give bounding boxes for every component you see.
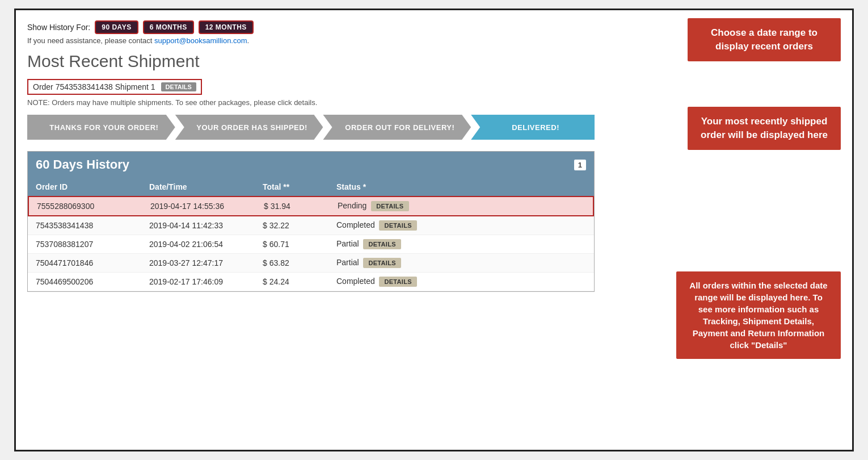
row-details-button[interactable]: DETAILS (379, 277, 416, 287)
cell-order-id: 7537088381207 (36, 240, 149, 249)
table-row: 7504471701846 2019-03-27 12:47:17 $ 63.8… (28, 254, 594, 273)
col-total: Total ** (263, 182, 336, 191)
cell-status: Partial DETAILS (336, 258, 586, 268)
cell-date: 2019-04-02 21:06:54 (149, 240, 263, 249)
note-text: NOTE: Orders may have multiple shipments… (27, 98, 841, 107)
cell-date: 2019-02-17 17:46:09 (149, 277, 263, 286)
cell-order-id: 7543538341438 (36, 221, 149, 230)
cell-date: 2019-03-27 12:47:17 (149, 258, 263, 267)
history-header: 60 Days History 1 (28, 152, 594, 178)
table-body: 7555288069300 2019-04-17 14:55:36 $ 31.9… (28, 196, 594, 291)
progress-step-3: ORDER OUT FOR DELIVERY! (323, 115, 471, 140)
row-details-button[interactable]: DETAILS (379, 220, 416, 231)
callout-mid: Your most recently shipped order will be… (688, 107, 841, 150)
progress-step-2: YOUR ORDER HAS SHIPPED! (175, 115, 323, 140)
order-header-row: Order 7543538341438 Shipment 1 DETAILS (27, 79, 202, 95)
cell-total: $ 24.24 (263, 277, 336, 286)
order-details-button[interactable]: DETAILS (161, 82, 196, 91)
callout-top: Choose a date range to display recent or… (688, 18, 841, 61)
btn-12-months[interactable]: 12 MONTHS (199, 20, 254, 34)
cell-total: $ 32.22 (263, 221, 336, 230)
row-details-button[interactable]: DETAILS (363, 258, 401, 268)
cell-date: 2019-04-14 11:42:33 (149, 221, 263, 230)
cell-date: 2019-04-17 14:55:36 (150, 202, 264, 211)
order-header-text: Order 7543538341438 Shipment 1 (33, 82, 155, 91)
cell-order-id: 7555288069300 (37, 202, 150, 211)
support-email-link[interactable]: support@booksamillion.com (154, 36, 247, 45)
col-datetime: Date/Time (149, 182, 263, 191)
cell-status: Partial DETAILS (336, 239, 586, 249)
history-page-num: 1 (574, 160, 586, 170)
cell-total: $ 60.71 (263, 240, 336, 249)
btn-6-months[interactable]: 6 MONTHS (143, 20, 194, 34)
table-row: 7555288069300 2019-04-17 14:55:36 $ 31.9… (28, 196, 594, 216)
table-header-row: Order ID Date/Time Total ** Status * (28, 178, 594, 196)
main-container: Show History For: 90 DAYS 6 MONTHS 12 MO… (14, 9, 854, 451)
cell-status: Completed DETAILS (336, 277, 586, 287)
btn-90-days[interactable]: 90 DAYS (95, 20, 138, 34)
cell-status: Pending DETAILS (338, 201, 585, 211)
col-order-id: Order ID (36, 182, 149, 191)
table-row: 7504469500206 2019-02-17 17:46:09 $ 24.2… (28, 273, 594, 291)
progress-bar: THANKS FOR YOUR ORDER! YOUR ORDER HAS SH… (27, 115, 595, 140)
history-title: 60 Days History (36, 157, 129, 172)
row-details-button[interactable]: DETAILS (363, 239, 401, 249)
cell-status: Completed DETAILS (336, 220, 586, 231)
table-row: 7543538341438 2019-04-14 11:42:33 $ 32.2… (28, 216, 594, 235)
col-status: Status * (336, 182, 586, 191)
row-details-button[interactable]: DETAILS (371, 201, 408, 211)
cell-total: $ 63.82 (263, 258, 336, 267)
table-row: 7537088381207 2019-04-02 21:06:54 $ 60.7… (28, 235, 594, 254)
progress-step-4: DELIVERED! (471, 115, 595, 140)
cell-order-id: 7504469500206 (36, 277, 149, 286)
cell-total: $ 31.94 (264, 202, 338, 211)
cell-order-id: 7504471701846 (36, 258, 149, 267)
progress-step-1: THANKS FOR YOUR ORDER! (27, 115, 175, 140)
show-history-label: Show History For: (27, 23, 90, 32)
callout-bottom: All orders within the selected date rang… (676, 271, 841, 359)
history-section: 60 Days History 1 Order ID Date/Time Tot… (27, 151, 595, 292)
